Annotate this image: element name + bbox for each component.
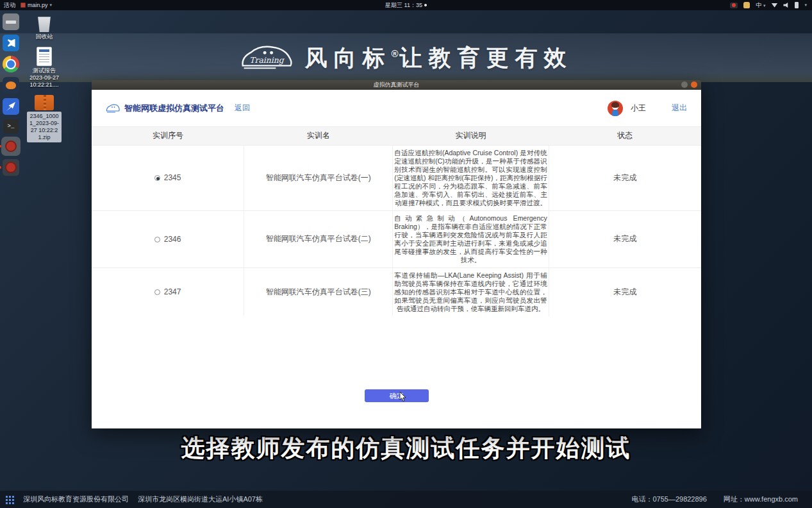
running-indicator-dot — [0, 166, 1, 169]
exam-description: 自动紧急制动（Autonomous Emergency Braking），是指车… — [393, 210, 549, 267]
launcher-app-icon[interactable] — [3, 98, 19, 115]
battery-icon[interactable] — [795, 2, 799, 8]
phone-number: 电话：0755—29822896 — [631, 495, 706, 504]
footer-bar: 深圳风向标教育资源股份有限公司 深圳市龙岗区横岗街道大运AI小镇A07栋 电话：… — [0, 491, 812, 508]
exam-description: 自适应巡航控制(Adaptive Cruise Control) 是对传统定速巡… — [393, 145, 549, 210]
chrome-app-icon[interactable] — [3, 56, 19, 72]
system-menu-chevron-icon[interactable]: ▾ — [804, 3, 807, 8]
column-header-name: 实训名 — [244, 127, 393, 145]
status-badge: 未完成 — [549, 267, 701, 316]
zip-file-label: 2346_10001_2023-09-27 10:22:21.zip — [27, 112, 62, 142]
svg-text:Training: Training — [250, 55, 286, 65]
file-label-line: 10:22:21.... — [29, 81, 58, 89]
exam-id: 2347 — [164, 287, 181, 296]
vscode-app-icon[interactable] — [3, 35, 19, 51]
window-body: 智能网联虚拟仿真测试平台 返回 小王 退出 实训序号 实训名 实训说明 状态 — [92, 90, 701, 428]
website-url: 网址：www.fengxb.com — [724, 495, 798, 504]
table-header-row: 实训序号 实训名 实训说明 状态 — [92, 127, 701, 145]
dock: >_ — [0, 10, 22, 176]
exam-id: 2345 — [164, 173, 181, 182]
chevron-down-icon: ▾ — [50, 3, 53, 8]
app-menu-label: main.py — [28, 2, 48, 8]
logout-link[interactable]: 退出 — [672, 103, 687, 114]
radio-button-selected[interactable] — [154, 175, 160, 181]
running-indicator-dot — [0, 145, 1, 148]
window-titlebar[interactable]: 虚拟仿真测试平台 — [92, 80, 701, 90]
activities-button[interactable]: 活动 — [4, 1, 15, 10]
company-name: 深圳风向标教育资源股份有限公司 — [23, 495, 129, 504]
app-window-icon — [21, 3, 26, 8]
column-header-status: 状态 — [549, 127, 701, 145]
status-badge: 未完成 — [549, 210, 701, 267]
exam-table: 实训序号 实训名 实训说明 状态 2345 智能网联汽车仿真平台试卷(一) 自适… — [92, 127, 701, 316]
registered-mark: ® — [391, 48, 399, 59]
chevron-down-icon: ▾ — [763, 3, 766, 8]
table-row[interactable]: 2347 智能网联汽车仿真平台试卷(三) 车道保持辅助—LKA(Lane Kee… — [92, 267, 701, 316]
table-row[interactable]: 2345 智能网联汽车仿真平台试卷(一) 自适应巡航控制(Adaptive Cr… — [92, 145, 701, 210]
files-app-icon[interactable] — [3, 13, 19, 30]
platform-title: 智能网联虚拟仿真测试平台 — [124, 103, 224, 114]
brand-slogan-text: 风向标®让教育更有效 — [304, 43, 572, 73]
blender-app-icon[interactable] — [3, 77, 19, 94]
app-header: 智能网联虚拟仿真测试平台 返回 小王 退出 — [92, 90, 701, 126]
exam-id: 2346 — [164, 235, 181, 244]
training-car-logo-icon: Training — [239, 42, 294, 73]
input-method-indicator[interactable]: 中 ▾ — [756, 1, 765, 10]
back-link[interactable]: 返回 — [235, 103, 250, 114]
terminal-app-icon[interactable]: >_ — [3, 119, 19, 133]
window-title: 虚拟仿真测试平台 — [374, 81, 420, 89]
radio-button[interactable] — [154, 237, 160, 242]
close-button[interactable] — [691, 81, 697, 88]
radio-button[interactable] — [154, 289, 160, 295]
company-address: 深圳市龙岗区横岗街道大运AI小镇A07栋 — [138, 495, 263, 504]
exam-name: 智能网联汽车仿真平台试卷(二) — [244, 210, 393, 267]
column-header-id: 实训序号 — [92, 127, 244, 145]
simulation-platform-window: 虚拟仿真测试平台 智能网联虚拟仿真测试平台 返回 小王 退出 — [92, 80, 701, 428]
screen-record-icon[interactable] — [730, 3, 738, 8]
status-badge: 未完成 — [549, 145, 701, 210]
zip-file-icon-selected[interactable]: 2346_10001_2023-09-27 10:22:21.zip — [26, 95, 63, 142]
test-report-file-icon[interactable]: 测试报告 2023-09-27 10:22:21.... — [26, 47, 63, 89]
user-name: 小王 — [631, 103, 646, 114]
table-row[interactable]: 2346 智能网联汽车仿真平台试卷(二) 自动紧急制动（Autonomous E… — [92, 210, 701, 267]
video-caption: 选择教师发布的仿真测试任务并开始测试 — [0, 432, 812, 464]
volume-icon[interactable] — [783, 3, 789, 8]
exam-name: 智能网联汽车仿真平台试卷(三) — [244, 267, 393, 316]
file-label-line: 测试报告 — [33, 67, 56, 74]
user-avatar[interactable] — [608, 101, 623, 116]
app-indicator-icon[interactable] — [743, 2, 750, 8]
recycle-bin-icon[interactable]: 回收站 — [26, 14, 63, 40]
exam-description: 车道保持辅助—LKA(Lane Keeping Assist) 用于辅助驾驶员将… — [393, 267, 549, 316]
clock[interactable]: 星期三 11：35 — [385, 2, 422, 8]
platform-car-logo-icon — [106, 103, 120, 114]
dots-grid-icon — [5, 495, 14, 504]
recycle-bin-label: 回收站 — [36, 33, 53, 40]
desktop: 活动 main.py ▾ 星期三 11：35 中 ▾ ▾ >_ — [0, 0, 812, 508]
wallpaper-brand-banner: Training 风向标®让教育更有效 — [0, 33, 812, 82]
media-app-icon[interactable] — [3, 159, 19, 176]
column-header-description: 实训说明 — [393, 127, 549, 145]
exam-name: 智能网联汽车仿真平台试卷(一) — [244, 145, 393, 210]
trash-icon — [36, 14, 53, 32]
notification-dot-icon — [424, 4, 427, 6]
file-label-line: 2023-09-27 — [29, 74, 59, 81]
archive-icon — [35, 95, 54, 110]
wifi-icon[interactable] — [771, 3, 777, 8]
mouse-cursor-icon — [399, 392, 407, 402]
desktop-icons: 回收站 测试报告 2023-09-27 10:22:21.... 2346_10… — [26, 14, 63, 142]
confirm-button[interactable]: 确定 — [365, 389, 429, 402]
document-icon — [37, 47, 52, 66]
app-menu[interactable]: main.py ▾ — [21, 2, 52, 8]
simulation-app-icon-active[interactable] — [3, 138, 19, 155]
minimize-button[interactable] — [681, 81, 688, 88]
system-top-bar: 活动 main.py ▾ 星期三 11：35 中 ▾ ▾ — [0, 0, 812, 10]
